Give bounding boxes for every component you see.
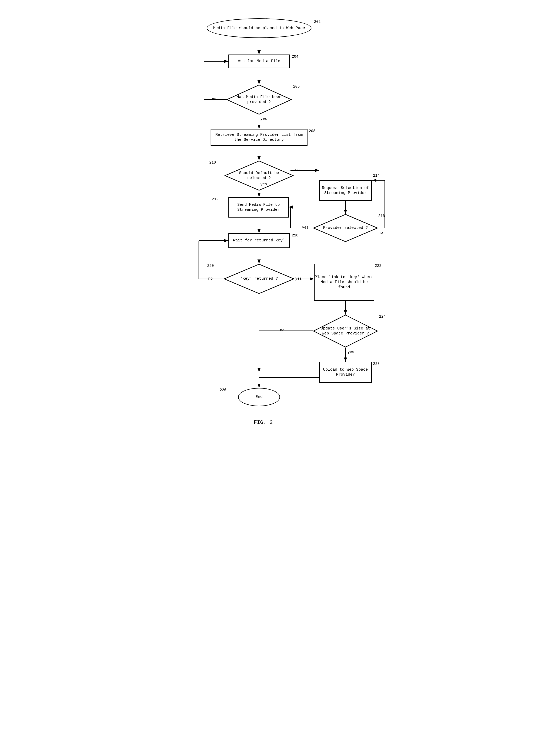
ref-218: 218 <box>292 233 298 237</box>
ref-228: 228 <box>373 362 379 366</box>
node-220: 'Key' returned ? <box>224 264 294 294</box>
node-216: Provider selected ? <box>313 214 378 242</box>
ref-204: 204 <box>292 54 298 59</box>
label-216-yes: yes <box>302 225 309 230</box>
ref-212: 212 <box>212 197 218 201</box>
label-206-yes: yes <box>260 117 267 121</box>
ref-202: 202 <box>314 20 321 24</box>
ref-206: 206 <box>293 84 300 88</box>
ref-216: 216 <box>378 214 385 218</box>
label-224-no: no <box>280 328 285 332</box>
node-228: Upload to Web Space Provider <box>319 362 372 383</box>
ref-214: 214 <box>373 174 379 178</box>
node-206: Has Media File been provided ? <box>226 84 292 115</box>
node-210: Should Default be selected ? <box>224 160 294 191</box>
ref-210: 210 <box>209 160 216 164</box>
node-212: Send Media File to Streaming Provider <box>229 197 289 217</box>
flowchart: Media File should be placed in Web Page … <box>178 10 382 692</box>
node-218: Wait for returned key' <box>229 233 290 248</box>
label-210-no: no <box>295 168 300 172</box>
node-204: Ask for Media File <box>229 54 290 68</box>
ref-226: 226 <box>220 388 226 392</box>
node-226: End <box>238 388 280 406</box>
ref-224: 224 <box>379 314 385 319</box>
label-206-no: no <box>212 97 216 101</box>
figure-label: FIG. 2 <box>254 419 273 426</box>
node-214: Request Selection of Streaming Provider <box>319 180 372 201</box>
ref-222: 222 <box>375 264 381 268</box>
ref-220: 220 <box>207 264 214 268</box>
label-224-yes: yes <box>348 350 354 354</box>
node-208: Retrieve Streaming Provider List from th… <box>211 129 308 146</box>
label-220-no: no <box>208 277 213 281</box>
label-220-yes: yes <box>295 277 302 281</box>
node-202: Media File should be placed in Web Page <box>207 18 312 38</box>
node-224: Update User's Site at Web Space Provider… <box>313 314 378 347</box>
node-222: Place link to 'key' where Media File sho… <box>314 264 374 301</box>
ref-208: 208 <box>309 129 315 133</box>
label-216-no: no <box>378 231 383 235</box>
